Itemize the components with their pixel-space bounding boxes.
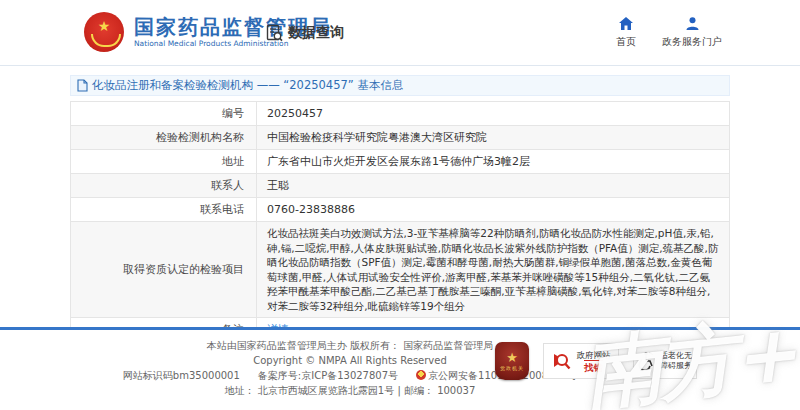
accessibility-badge-label: 适老化无障碍服务 [660, 351, 692, 371]
row-value-test-items: 化妆品祛斑美白功效测试方法,3-亚苄基樟脑等22种防晒剂,防晒化妆品防水性能测定… [257, 222, 730, 318]
row-value: 王聪 [257, 174, 730, 198]
page-title: 化妆品注册和备案检验检测机构 —— “20250457” 基本信息 [92, 78, 403, 93]
table-row: 取得资质认定的检验项目 化妆品祛斑美白功效测试方法,3-亚苄基樟脑等22种防晒剂… [71, 222, 730, 318]
row-label: 联系人 [71, 174, 257, 198]
document-icon [77, 79, 88, 92]
gov-agency-badge-label: 党政机关 [500, 365, 524, 372]
icp-number[interactable]: 备案序号:京ICP备13027807号 [258, 368, 398, 383]
magnifier-icon [552, 350, 572, 372]
footer-badges: ★ 党政机关 政府网站 找错 [495, 342, 697, 380]
data-query-section[interactable]: 数据查询 [266, 24, 344, 42]
error-report-badge-bottom: 找错 [584, 360, 603, 373]
row-value: 0760-23838886 [257, 198, 730, 222]
error-report-badge-top: 政府网站 [577, 350, 611, 360]
info-table: 编号 20250457 检验检测机构名称 中国检验检疫科学研究院粤港澳大湾区研究… [70, 101, 730, 342]
site-code: 网站标识码bm35000001 [123, 368, 240, 383]
table-row: 编号 20250457 [71, 102, 730, 126]
nav-gov-portal[interactable]: 政务服务门户 [662, 14, 722, 49]
gov-agency-badge[interactable]: ★ 党政机关 [495, 342, 529, 380]
table-row: 地址 广东省中山市火炬开发区会展东路1号德仲广场3幢2层 [71, 150, 730, 174]
home-icon [618, 14, 634, 32]
page: 国家药品监督管理局 National Medical Products Admi… [0, 0, 800, 410]
police-badge-icon [416, 370, 426, 380]
table-row: 联系人 王聪 [71, 174, 730, 198]
document-search-icon [266, 24, 283, 42]
nav-gov-portal-label: 政务服务门户 [662, 35, 722, 49]
website-error-report-badge[interactable]: 政府网站 找错 [543, 343, 619, 379]
wheelchair-icon [638, 351, 656, 371]
user-icon [685, 14, 700, 32]
footer-line4: 地址： 北京市西城区展览路北露园1号 | 邮编： 100037 [110, 383, 590, 398]
table-row: 联系电话 0760-23838886 [71, 198, 730, 222]
row-label: 取得资质认定的检验项目 [71, 222, 257, 318]
page-titlebar: 化妆品注册和备案检验检测机构 —— “20250457” 基本信息 [70, 75, 730, 96]
table-row: 检验检测机构名称 中国检验检疫科学研究院粤港澳大湾区研究院 [71, 126, 730, 150]
nav-home-label: 首页 [616, 35, 636, 49]
data-query-label: 数据查询 [288, 24, 344, 42]
row-label: 检验检测机构名称 [71, 126, 257, 150]
row-value: 20250457 [257, 102, 730, 126]
top-nav: 首页 政务服务门户 [616, 14, 722, 49]
accessibility-badge[interactable]: 适老化无障碍服务 [633, 343, 697, 379]
row-label: 联系电话 [71, 198, 257, 222]
row-label: 编号 [71, 102, 257, 126]
site-footer: 本站由国家药品监督管理局主办 版权所有： 国家药品监督管理局 Copyright… [0, 327, 800, 410]
row-label: 地址 [71, 150, 257, 174]
row-value: 广东省中山市火炬开发区会展东路1号德仲广场3幢2层 [257, 150, 730, 174]
nav-home[interactable]: 首页 [616, 14, 636, 49]
main-content: 化妆品注册和备案检验检测机构 —— “20250457” 基本信息 编号 202… [70, 75, 730, 342]
row-value: 中国检验检疫科学研究院粤港澳大湾区研究院 [257, 126, 730, 150]
national-emblem-logo-icon [84, 12, 124, 52]
star-icon: ★ [506, 351, 518, 365]
site-header: 国家药品监督管理局 National Medical Products Admi… [0, 0, 800, 66]
